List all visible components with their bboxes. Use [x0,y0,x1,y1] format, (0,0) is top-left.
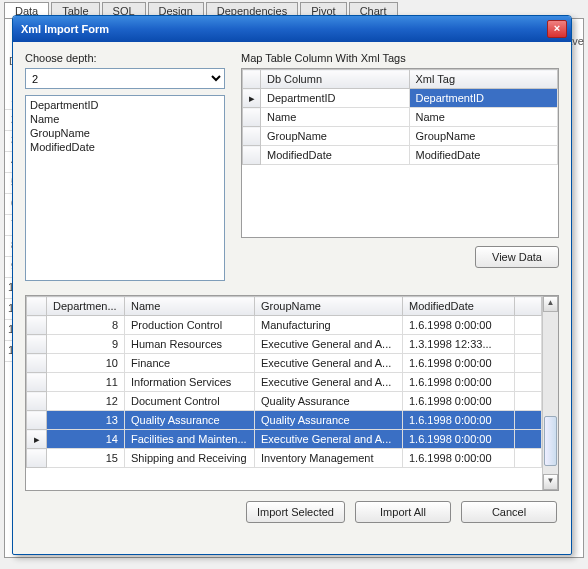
map-corner [243,70,261,89]
cell-name[interactable]: Quality Assurance [125,411,255,430]
cell-blank [515,449,542,468]
table-row[interactable]: 10FinanceExecutive General and A...1.6.1… [27,354,542,373]
map-xml-cell[interactable]: GroupName [409,127,558,146]
row-indicator [243,108,261,127]
cell-group[interactable]: Executive General and A... [255,430,403,449]
cell-group[interactable]: Executive General and A... [255,373,403,392]
row-indicator [243,146,261,165]
map-db-cell[interactable]: Name [261,108,410,127]
cell-department-id[interactable]: 10 [47,354,125,373]
cell-department-id[interactable]: 15 [47,449,125,468]
row-indicator [27,392,47,411]
table-row[interactable]: ▸14Facilities and Mainten...Executive Ge… [27,430,542,449]
cell-modified[interactable]: 1.6.1998 0:00:00 [403,354,515,373]
cell-modified[interactable]: 1.6.1998 0:00:00 [403,411,515,430]
row-indicator: ▸ [243,89,261,108]
row-indicator [27,354,47,373]
grid-scrollbar[interactable]: ▲ ▼ [542,296,558,490]
cell-name[interactable]: Document Control [125,392,255,411]
scroll-thumb[interactable] [544,416,557,466]
grid-header-name[interactable]: Name [125,297,255,316]
map-header-db[interactable]: Db Column [261,70,410,89]
cell-name[interactable]: Facilities and Mainten... [125,430,255,449]
depth-label: Choose depth: [25,52,225,64]
xml-import-dialog: Xml Import Form × Choose depth: 2 Depart… [12,15,572,555]
cell-blank [515,392,542,411]
table-row[interactable]: 13Quality AssuranceQuality Assurance1.6.… [27,411,542,430]
grid-header-blank [515,297,542,316]
dialog-title: Xml Import Form [21,23,547,35]
row-indicator: ▸ [27,430,47,449]
map-xml-cell[interactable]: Name [409,108,558,127]
table-row[interactable]: 15Shipping and ReceivingInventory Manage… [27,449,542,468]
field-item[interactable]: GroupName [30,126,220,140]
mapping-grid[interactable]: Db Column Xml Tag ▸DepartmentIDDepartmen… [241,68,559,238]
close-button[interactable]: × [547,20,567,38]
cell-group[interactable]: Inventory Management [255,449,403,468]
mapping-label: Map Table Column With Xml Tags [241,52,559,64]
cell-name[interactable]: Human Resources [125,335,255,354]
cell-name[interactable]: Shipping and Receiving [125,449,255,468]
cell-department-id[interactable]: 14 [47,430,125,449]
table-row[interactable]: 11Information ServicesExecutive General … [27,373,542,392]
map-row[interactable]: ModifiedDateModifiedDate [243,146,558,165]
field-item[interactable]: Name [30,112,220,126]
row-indicator [27,335,47,354]
cell-name[interactable]: Production Control [125,316,255,335]
cell-department-id[interactable]: 11 [47,373,125,392]
cell-group[interactable]: Quality Assurance [255,411,403,430]
cell-name[interactable]: Information Services [125,373,255,392]
cell-department-id[interactable]: 13 [47,411,125,430]
row-indicator [27,411,47,430]
cell-department-id[interactable]: 12 [47,392,125,411]
cell-modified[interactable]: 1.6.1998 0:00:00 [403,316,515,335]
grid-header-group[interactable]: GroupName [255,297,403,316]
cell-modified[interactable]: 1.6.1998 0:00:00 [403,373,515,392]
field-item[interactable]: ModifiedDate [30,140,220,154]
cell-blank [515,316,542,335]
preview-grid[interactable]: Departmen... Name GroupName ModifiedDate… [25,295,559,491]
row-indicator [27,449,47,468]
cell-modified[interactable]: 1.6.1998 0:00:00 [403,449,515,468]
map-xml-cell[interactable]: DepartmentID [409,89,558,108]
row-indicator [243,127,261,146]
depth-select[interactable]: 2 [25,68,225,89]
table-row[interactable]: 9Human ResourcesExecutive General and A.… [27,335,542,354]
map-row[interactable]: ▸DepartmentIDDepartmentID [243,89,558,108]
scroll-up-icon[interactable]: ▲ [543,296,558,312]
table-row[interactable]: 12Document ControlQuality Assurance1.6.1… [27,392,542,411]
cell-department-id[interactable]: 9 [47,335,125,354]
map-db-cell[interactable]: GroupName [261,127,410,146]
cell-blank [515,373,542,392]
field-item[interactable]: DepartmentID [30,98,220,112]
cell-group[interactable]: Executive General and A... [255,354,403,373]
map-row[interactable]: GroupNameGroupName [243,127,558,146]
cell-modified[interactable]: 1.6.1998 0:00:00 [403,392,515,411]
cancel-button[interactable]: Cancel [461,501,557,523]
cell-department-id[interactable]: 8 [47,316,125,335]
cell-group[interactable]: Quality Assurance [255,392,403,411]
map-header-xml[interactable]: Xml Tag [409,70,558,89]
scroll-down-icon[interactable]: ▼ [543,474,558,490]
cell-modified[interactable]: 1.6.1998 0:00:00 [403,430,515,449]
grid-header-dep[interactable]: Departmen... [47,297,125,316]
cell-group[interactable]: Manufacturing [255,316,403,335]
row-indicator [27,316,47,335]
cell-group[interactable]: Executive General and A... [255,335,403,354]
map-row[interactable]: NameName [243,108,558,127]
grid-header-mod[interactable]: ModifiedDate [403,297,515,316]
cell-blank [515,411,542,430]
cell-modified[interactable]: 1.3.1998 12:33... [403,335,515,354]
grid-corner [27,297,47,316]
cell-name[interactable]: Finance [125,354,255,373]
import-selected-button[interactable]: Import Selected [246,501,345,523]
map-db-cell[interactable]: ModifiedDate [261,146,410,165]
fields-listbox[interactable]: DepartmentIDNameGroupNameModifiedDate [25,95,225,281]
titlebar: Xml Import Form × [13,16,571,42]
table-row[interactable]: 8Production ControlManufacturing1.6.1998… [27,316,542,335]
import-all-button[interactable]: Import All [355,501,451,523]
cell-blank [515,335,542,354]
map-db-cell[interactable]: DepartmentID [261,89,410,108]
view-data-button[interactable]: View Data [475,246,559,268]
map-xml-cell[interactable]: ModifiedDate [409,146,558,165]
